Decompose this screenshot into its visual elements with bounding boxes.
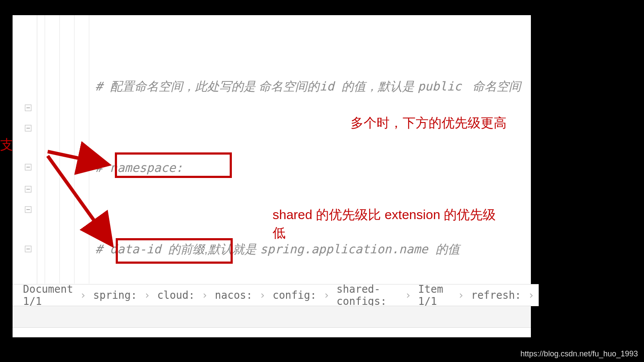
annotation-priority-hint: 多个时，下方的优先级更高 bbox=[351, 114, 507, 132]
breadcrumb-item[interactable]: cloud: bbox=[157, 289, 195, 301]
watermark: https://blog.csdn.net/fu_huo_1993 bbox=[520, 349, 638, 359]
fold-end-marker-icon[interactable] bbox=[25, 164, 33, 172]
chevron-right-icon: › bbox=[528, 289, 534, 301]
chevron-right-icon: › bbox=[323, 289, 329, 301]
status-strip bbox=[13, 306, 531, 328]
breadcrumb-item[interactable]: shared-configs: bbox=[337, 283, 398, 307]
breadcrumb-item[interactable]: refresh: bbox=[471, 289, 521, 301]
annotation-box-refresh-1 bbox=[115, 152, 232, 178]
breadcrumb-item[interactable]: Item 1/1 bbox=[418, 283, 451, 307]
code-line: # 配置命名空间，此处写的是 命名空间的id 的值，默认是 public 命名空… bbox=[37, 76, 531, 97]
breadcrumb[interactable]: Document 1/1› spring:› cloud:› nacos:› c… bbox=[13, 284, 539, 306]
annotation-shared-hint: shared 的优先级比 extension 的优先级低 bbox=[273, 206, 507, 242]
breadcrumb-item[interactable]: nacos: bbox=[215, 289, 253, 301]
chevron-right-icon: › bbox=[202, 289, 208, 301]
chevron-right-icon: › bbox=[405, 289, 411, 301]
breadcrumb-item[interactable]: Document 1/1 bbox=[23, 283, 73, 307]
code-editor[interactable]: # 配置命名空间，此处写的是 命名空间的id 的值，默认是 public 命名空… bbox=[12, 15, 531, 338]
bottom-strip bbox=[13, 327, 531, 337]
fold-end-marker-icon[interactable] bbox=[25, 246, 33, 254]
annotation-box-refresh-2 bbox=[116, 238, 233, 264]
chevron-right-icon: › bbox=[458, 289, 464, 301]
fold-marker-icon[interactable] bbox=[25, 206, 33, 215]
chevron-right-icon: › bbox=[80, 289, 86, 301]
fold-marker-icon[interactable] bbox=[25, 186, 33, 194]
code-line: # data-id 的前缀,默认就是 spring.application.na… bbox=[37, 239, 531, 259]
breadcrumb-item[interactable]: spring: bbox=[93, 289, 137, 301]
fold-marker-icon[interactable] bbox=[25, 104, 33, 113]
chevron-right-icon: › bbox=[260, 289, 266, 301]
chevron-right-icon: › bbox=[144, 289, 150, 301]
screenshot-root: 支持刷新 bbox=[0, 0, 644, 362]
fold-marker-icon[interactable] bbox=[25, 125, 33, 133]
breadcrumb-item[interactable]: config: bbox=[273, 289, 316, 301]
code-line: # namespace: bbox=[37, 158, 531, 178]
